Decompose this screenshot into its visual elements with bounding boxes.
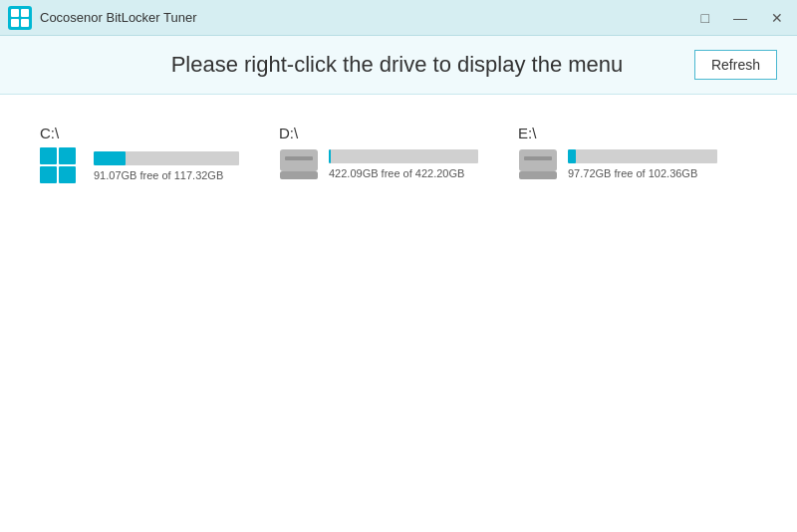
svg-rect-6 [285, 156, 313, 160]
window-controls: □ — ✕ [695, 9, 789, 27]
svg-rect-7 [280, 171, 318, 179]
svg-rect-4 [21, 19, 29, 27]
drive-e-body: 97.72GB free of 102.36GB [518, 147, 717, 181]
svg-rect-10 [519, 171, 557, 179]
app-title: Cocosenor BitLocker Tuner [40, 10, 695, 25]
minimize-button[interactable]: — [727, 9, 753, 27]
drive-d-progress-fill [329, 149, 331, 163]
drive-e-size: 97.72GB free of 102.36GB [568, 167, 717, 179]
drive-e-info: 97.72GB free of 102.36GB [568, 149, 717, 179]
refresh-button[interactable]: Refresh [694, 50, 777, 80]
svg-rect-9 [524, 156, 552, 160]
drives-row: C:\ 91.07GB free of 117.32GB [40, 125, 757, 185]
title-bar: Cocosenor BitLocker Tuner □ — ✕ [0, 0, 797, 36]
win-logo-tr [59, 147, 76, 164]
drive-c-label: C:\ [40, 125, 239, 141]
drive-d[interactable]: D:\ 422.09GB free of 422.20GB [279, 125, 478, 185]
drive-d-label: D:\ [279, 125, 478, 141]
drive-d-info: 422.09GB free of 422.20GB [329, 149, 478, 179]
close-button[interactable]: ✕ [765, 9, 789, 27]
drive-d-size: 422.09GB free of 422.20GB [329, 167, 478, 179]
win-logo-br [59, 166, 76, 183]
instruction-text: Please right-click the drive to display … [100, 52, 694, 78]
drive-c-info: 91.07GB free of 117.32GB [94, 151, 239, 181]
win-logo-bl [40, 166, 57, 183]
drive-e[interactable]: E:\ 97.72GB free of 102.36GB [518, 125, 717, 185]
svg-rect-2 [21, 9, 29, 17]
drive-e-progress-bg [568, 149, 717, 163]
win-logo-tl [40, 147, 57, 164]
drive-e-progress-fill [568, 149, 576, 163]
svg-rect-3 [11, 19, 19, 27]
drive-d-progress-bg [329, 149, 478, 163]
maximize-button[interactable]: □ [695, 9, 715, 27]
svg-rect-1 [11, 9, 19, 17]
drive-e-label: E:\ [518, 125, 717, 141]
drive-c-progress-fill [94, 151, 126, 165]
drive-c-body: 91.07GB free of 117.32GB [40, 147, 239, 185]
main-content: C:\ 91.07GB free of 117.32GB [0, 95, 797, 532]
app-logo [8, 6, 32, 30]
drive-c[interactable]: C:\ 91.07GB free of 117.32GB [40, 125, 239, 185]
windows-drive-icon [40, 147, 84, 185]
drive-c-progress-bg [94, 151, 239, 165]
header: Please right-click the drive to display … [0, 36, 797, 95]
disk-drive-e-icon [518, 147, 558, 181]
drive-c-size: 91.07GB free of 117.32GB [94, 169, 239, 181]
drive-d-body: 422.09GB free of 422.20GB [279, 147, 478, 181]
disk-drive-d-icon [279, 147, 319, 181]
